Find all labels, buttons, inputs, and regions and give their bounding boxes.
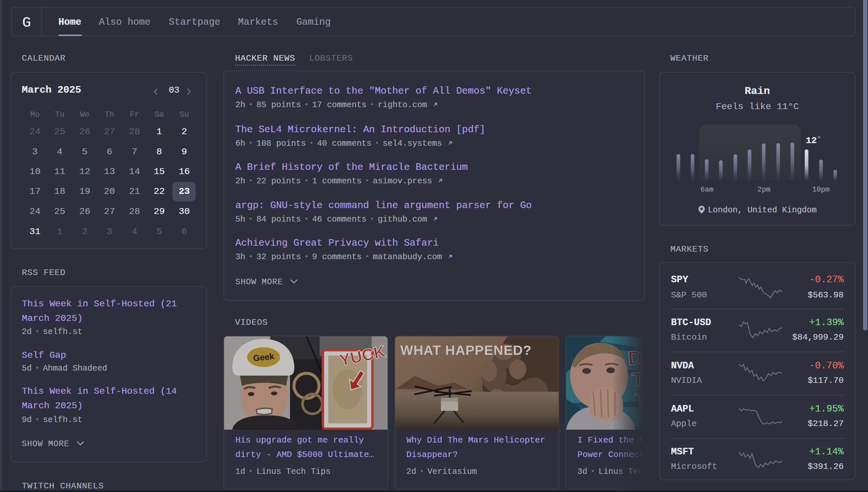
svg-text:DO: DO (627, 346, 645, 369)
svg-text:T: T (634, 389, 645, 411)
svg-text:Geek: Geek (253, 351, 275, 363)
svg-text:WHAT HAPPENED?: WHAT HAPPENED? (400, 343, 531, 358)
svg-text:TI: TI (631, 368, 645, 390)
svg-text:YUCK: YUCK (338, 342, 387, 370)
